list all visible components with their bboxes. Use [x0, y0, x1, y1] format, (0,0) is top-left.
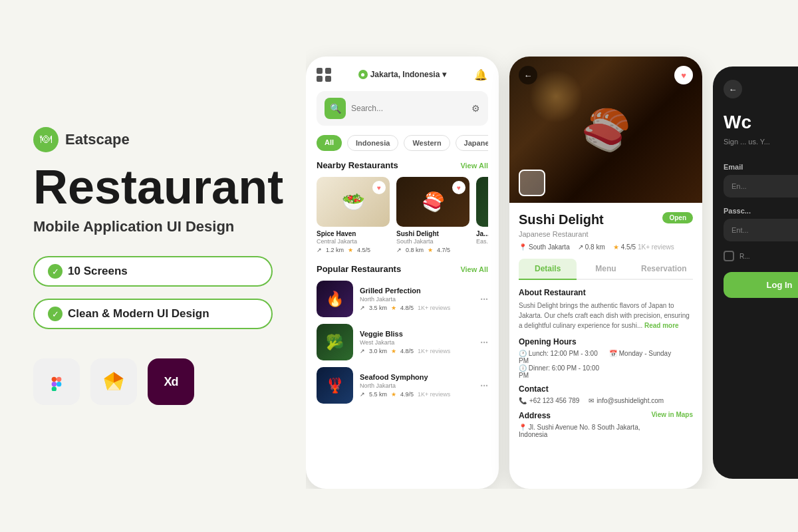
auth-desc: Sign ... us. Y...	[724, 137, 798, 147]
calendar-icon: 📅	[609, 350, 619, 357]
tab-reservation[interactable]: Reservation	[635, 259, 693, 279]
remember-checkbox[interactable]	[724, 251, 734, 261]
location-display[interactable]: Jakarta, Indonesia	[358, 70, 447, 79]
auth-title: Wc	[724, 112, 798, 133]
popular-meta-2: ↗ 3.0 km ★ 4.8/5 1K+ reviews	[360, 348, 473, 354]
popular-area-2: West Jakarta	[360, 339, 473, 346]
svg-rect-1	[57, 377, 61, 382]
cat-all[interactable]: All	[317, 135, 342, 151]
popular-reviews-3: 1K+ reviews	[418, 391, 450, 398]
phone-number: +62 123 456 789	[529, 397, 579, 404]
popular-info-1: Grilled Perfection North Jakarta ↗ 3.5 k…	[360, 287, 473, 311]
more-icon-1[interactable]: ···	[480, 294, 488, 305]
hours-days: 📅 Monday - Sunday	[609, 350, 693, 357]
dinner-hours: 🕕 Dinner: 6:00 PM - 10:00 PM	[519, 364, 602, 379]
auth-back-button[interactable]: ←	[724, 80, 742, 98]
search-bar[interactable]: 🔍 ⚙	[317, 91, 488, 126]
cat-western[interactable]: Western	[404, 135, 450, 151]
favorite-button[interactable]: ♥	[674, 66, 693, 84]
lunch-hours: 🕐 Lunch: 12:00 PM - 3:00 PM	[519, 350, 602, 364]
figma-icon	[33, 358, 80, 405]
heart-icon-2[interactable]: ♥	[452, 181, 466, 194]
check-icon-2: ✓	[48, 307, 63, 321]
thumbnail-1[interactable]	[519, 170, 545, 196]
contact-title: Contact	[519, 384, 693, 394]
detail-content: Sushi Delight Open Japanese Restaurant 📍…	[509, 203, 702, 448]
popular-item-2[interactable]: 🥦 Veggie Bliss West Jakarta ↗ 3.0 km ★ 4…	[317, 324, 488, 360]
phone-contact[interactable]: 📞 +62 123 456 789	[519, 397, 579, 404]
heart-icon-1[interactable]: ♥	[372, 181, 386, 194]
nearby-img-1: 🥗 ♥	[317, 177, 390, 227]
nearby-img-3: 🍜	[476, 177, 488, 227]
badge-screens: ✓ 10 Screens	[33, 256, 273, 287]
star-icon-1: ★	[348, 247, 353, 253]
email-contact[interactable]: ✉ info@sushidelight.com	[589, 397, 664, 404]
nearby-card-1[interactable]: 🥗 ♥ Spice Haven Central Jakarta ↗ 1.2 km…	[317, 177, 390, 253]
address-text: 📍 Jl. Sushi Avenue No. 8 South Jakarta, …	[519, 424, 651, 438]
filter-icon[interactable]: ⚙	[471, 103, 480, 114]
open-badge: Open	[662, 212, 693, 223]
password-input[interactable]: Ent...	[724, 219, 798, 241]
popular-section-header: Popular Restaurants View All	[317, 264, 488, 274]
remember-row: R...	[724, 251, 798, 261]
walk-icon: ↗	[578, 243, 583, 251]
popular-view-all[interactable]: View All	[460, 265, 488, 273]
bell-icon[interactable]: 🔔	[473, 67, 488, 82]
more-icon-2[interactable]: ···	[480, 337, 488, 348]
nearby-view-all[interactable]: View All	[460, 162, 488, 170]
email-input[interactable]: En...	[724, 175, 798, 198]
svg-rect-3	[52, 387, 57, 392]
detail-distance: 0.8 km	[585, 243, 605, 251]
category-tabs: All Indonesia Western Japanese Korea	[317, 135, 488, 151]
search-input[interactable]	[351, 104, 466, 113]
back-button[interactable]: ←	[519, 66, 537, 84]
tab-menu[interactable]: Menu	[577, 259, 634, 279]
detail-meta: 📍 South Jakarta ↗ 0.8 km ★ 4.5/5 1K+ rev…	[519, 243, 693, 251]
nav-icon-p3: ↗	[360, 391, 365, 398]
nearby-meta-1: ↗ 1.2 km ★ 4.5/5	[317, 247, 390, 253]
nearby-meta-2: ↗ 0.8 km ★ 4.7/5	[396, 247, 469, 253]
grid-icon[interactable]	[317, 68, 331, 82]
nearby-area-2: South Jakarta	[396, 238, 469, 245]
cat-indonesia[interactable]: Indonesia	[347, 135, 398, 151]
nearby-rating-1: 4.5/5	[357, 247, 370, 253]
popular-name-1: Grilled Perfection	[360, 287, 473, 295]
phone-home-header: Jakarta, Indonesia 🔔	[317, 67, 488, 82]
star-p3: ★	[391, 391, 396, 398]
nav-icon-p1: ↗	[360, 305, 365, 311]
popular-title: Popular Restaurants	[317, 264, 401, 274]
hours-row: 🕐 Lunch: 12:00 PM - 3:00 PM 🕕 Dinner: 6:…	[519, 350, 693, 379]
email-icon: ✉	[589, 397, 594, 404]
view-maps-link[interactable]: View in Maps	[651, 411, 693, 418]
login-button[interactable]: Log In	[724, 272, 798, 298]
xd-label: Xd	[164, 375, 178, 389]
location-meta: 📍 South Jakarta	[519, 243, 570, 251]
location-text: Jakarta, Indonesia	[370, 70, 440, 79]
tab-details[interactable]: Details	[519, 259, 577, 280]
phone-icon: 📞	[519, 397, 527, 404]
hours-left: 🕐 Lunch: 12:00 PM - 3:00 PM 🕕 Dinner: 6:…	[519, 350, 602, 379]
cat-japanese[interactable]: Japanese	[456, 135, 488, 151]
search-icon[interactable]: 🔍	[325, 98, 346, 119]
nearby-img-2: 🍣 ♥	[396, 177, 469, 227]
nearby-card-2[interactable]: 🍣 ♥ Sushi Delight South Jakarta ↗ 0.8 km…	[396, 177, 469, 253]
popular-rating-1: 4.8/5	[400, 305, 414, 311]
popular-item-1[interactable]: 🔥 Grilled Perfection North Jakarta ↗ 3.5…	[317, 281, 488, 317]
detail-location: South Jakarta	[529, 243, 570, 251]
star-p2: ★	[391, 348, 396, 354]
nearby-name-3: Ja...	[476, 230, 488, 237]
nearby-card-3[interactable]: 🍜 Ja... Eas...	[476, 177, 488, 253]
chevron-down-icon	[442, 70, 446, 79]
popular-item-3[interactable]: 🦞 Seafood Symphony North Jakarta ↗ 5.5 k…	[317, 367, 488, 404]
popular-rating-2: 4.8/5	[400, 348, 414, 354]
read-more-link[interactable]: Read more	[644, 322, 679, 329]
clock-icon-dinner: 🕕	[519, 364, 529, 372]
more-icon-3[interactable]: ···	[480, 380, 488, 391]
nearby-row: 🥗 ♥ Spice Haven Central Jakarta ↗ 1.2 km…	[317, 177, 488, 253]
brand-name: Eatscape	[65, 131, 130, 148]
auth-content: ← Wc Sign ... us. Y... Email En... Passc…	[713, 66, 798, 311]
popular-img-1: 🔥	[317, 281, 353, 317]
subtitle: Mobile Application UI Design	[33, 217, 273, 237]
left-section: 🍽 Eatscape Restaurant Mobile Application…	[0, 100, 306, 432]
badge-design-text: Clean & Modern UI Design	[68, 307, 209, 321]
